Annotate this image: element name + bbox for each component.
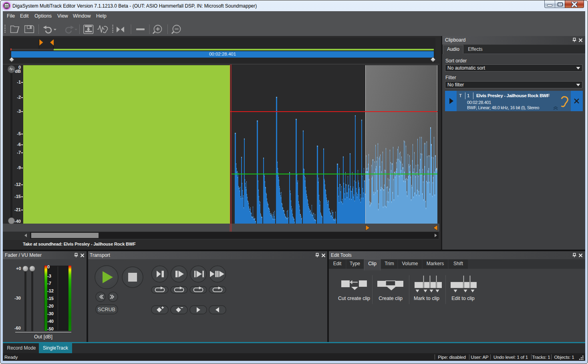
svg-text:SCRUB: SCRUB — [98, 307, 115, 312]
